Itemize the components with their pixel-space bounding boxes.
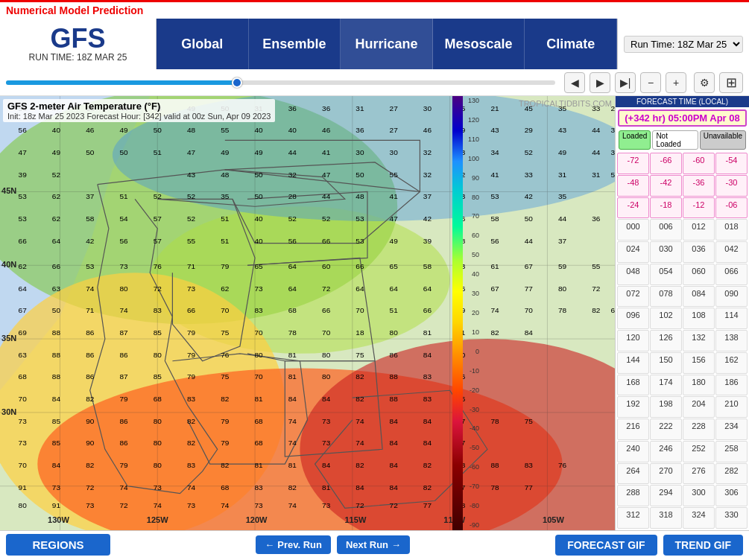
nav-tab-climate[interactable]: Climate <box>525 19 617 69</box>
forecast-hour-button[interactable]: 000 <box>617 219 649 241</box>
regions-button[interactable]: REGIONS <box>6 534 110 556</box>
nav-tab-mesoscale[interactable]: Mesoscale <box>433 19 525 69</box>
svg-text:82: 82 <box>86 395 95 403</box>
forecast-hour-button[interactable]: 066 <box>715 264 748 285</box>
forecast-hour-button[interactable]: 138 <box>715 330 748 351</box>
speed-increase-button[interactable]: + <box>666 72 686 93</box>
forecast-hour-button[interactable]: 048 <box>617 264 649 285</box>
forecast-hour-button[interactable]: 126 <box>650 330 682 351</box>
forecast-hour-button[interactable]: 258 <box>715 441 748 462</box>
slider-thumb[interactable] <box>232 77 242 88</box>
forecast-hour-button[interactable]: 024 <box>617 241 649 263</box>
forecast-hour-button[interactable]: 198 <box>650 396 682 418</box>
forecast-hour-button[interactable]: 330 <box>715 507 748 529</box>
forecast-hour-button[interactable]: 042 <box>715 241 748 263</box>
run-time-select[interactable]: Run Time: 18Z Mar 25 <box>624 36 743 53</box>
grid-button[interactable]: ⊞ <box>719 72 743 93</box>
nav-tab-hurricane[interactable]: Hurricane <box>341 19 433 69</box>
forecast-hour-button[interactable]: 036 <box>683 241 715 263</box>
forecast-hour-button[interactable]: 114 <box>715 308 748 329</box>
forecast-hour-button[interactable]: 162 <box>715 352 748 374</box>
forecast-hour-button[interactable]: 144 <box>617 352 649 374</box>
forecast-hour-button[interactable]: 240 <box>617 441 649 462</box>
forecast-hour-button[interactable]: 060 <box>683 264 715 285</box>
svg-text:75: 75 <box>221 373 230 381</box>
forecast-hour-button[interactable]: 054 <box>650 264 682 285</box>
forecast-hour-button[interactable]: 294 <box>650 485 682 506</box>
svg-text:41: 41 <box>322 148 331 156</box>
svg-text:84: 84 <box>423 351 432 359</box>
forecast-hour-button[interactable]: -54 <box>715 153 748 174</box>
svg-text:90: 90 <box>86 439 95 447</box>
forecast-hour-button[interactable]: 090 <box>715 286 748 308</box>
forecast-hour-button[interactable]: 288 <box>617 485 649 506</box>
forecast-hour-button[interactable]: 270 <box>650 463 682 485</box>
svg-text:86: 86 <box>86 328 95 337</box>
svg-text:82: 82 <box>221 461 230 469</box>
forecast-hour-button[interactable]: -36 <box>683 175 715 197</box>
forecast-hour-button[interactable]: 210 <box>715 396 748 418</box>
nav-tab-global[interactable]: Global <box>157 19 249 69</box>
forecast-hour-button[interactable]: 312 <box>617 507 649 529</box>
forecast-hour-button[interactable]: -60 <box>683 153 715 174</box>
svg-text:32: 32 <box>288 171 297 179</box>
next-frame-button[interactable]: ▶| <box>615 72 636 93</box>
nav-tab-ensemble[interactable]: Ensemble <box>249 19 341 69</box>
svg-text:48: 48 <box>355 192 364 200</box>
forecast-hour-button[interactable]: 324 <box>683 507 715 529</box>
forecast-hour-button[interactable]: 306 <box>715 485 748 506</box>
forecast-hour-button[interactable]: 186 <box>715 375 748 396</box>
timeline-slider[interactable] <box>6 80 555 85</box>
forecast-hour-button[interactable]: 006 <box>650 219 682 241</box>
svg-text:66: 66 <box>52 262 61 270</box>
forecast-hour-button[interactable]: -42 <box>650 175 682 197</box>
forecast-hour-button[interactable]: 108 <box>683 308 715 329</box>
forecast-hour-button[interactable]: 174 <box>650 375 682 396</box>
forecast-hour-button[interactable]: 252 <box>683 441 715 462</box>
forecast-hour-button[interactable]: 084 <box>683 286 715 308</box>
forecast-hour-button[interactable]: 168 <box>617 375 649 396</box>
forecast-hour-button[interactable]: 282 <box>715 463 748 485</box>
svg-text:21: 21 <box>490 104 499 112</box>
forecast-hour-button[interactable]: -24 <box>617 197 649 219</box>
trend-gif-button[interactable]: TREND GIF <box>663 535 743 556</box>
forecast-hour-button[interactable]: -12 <box>683 197 715 219</box>
forecast-hour-button[interactable]: 012 <box>683 219 715 241</box>
forecast-hour-button[interactable]: 204 <box>683 396 715 418</box>
settings-button[interactable]: ⚙ <box>694 72 715 93</box>
forecast-hour-button[interactable]: 216 <box>617 419 649 440</box>
forecast-hour-button[interactable]: 156 <box>683 352 715 374</box>
forecast-hour-button[interactable]: 078 <box>650 286 682 308</box>
forecast-hour-button[interactable]: 276 <box>683 463 715 485</box>
svg-text:80: 80 <box>322 373 331 381</box>
prev-frame-button[interactable]: ◀ <box>564 72 585 93</box>
next-run-button[interactable]: Next Run → <box>337 535 410 554</box>
forecast-hour-button[interactable]: -30 <box>715 175 748 197</box>
forecast-hour-button[interactable]: 264 <box>617 463 649 485</box>
forecast-hour-button[interactable]: 018 <box>715 219 748 241</box>
forecast-hour-button[interactable]: 300 <box>683 485 715 506</box>
speed-decrease-button[interactable]: − <box>640 72 661 93</box>
forecast-hour-button[interactable]: 234 <box>715 419 748 440</box>
forecast-hour-button[interactable]: 072 <box>617 286 649 308</box>
forecast-hour-button[interactable]: 096 <box>617 308 649 329</box>
forecast-hour-button[interactable]: 192 <box>617 396 649 418</box>
forecast-gif-button[interactable]: FORECAST GIF <box>555 535 657 556</box>
play-button[interactable]: ▶ <box>590 72 610 93</box>
forecast-hour-button[interactable]: 318 <box>650 507 682 529</box>
forecast-hour-button[interactable]: -48 <box>617 175 649 197</box>
forecast-hour-button[interactable]: 120 <box>617 330 649 351</box>
forecast-hour-button[interactable]: -18 <box>650 197 682 219</box>
forecast-hour-button[interactable]: 228 <box>683 419 715 440</box>
forecast-hour-button[interactable]: -72 <box>617 153 649 174</box>
forecast-hour-button[interactable]: 222 <box>650 419 682 440</box>
forecast-hour-button[interactable]: 180 <box>683 375 715 396</box>
forecast-hour-button[interactable]: -66 <box>650 153 682 174</box>
forecast-hour-button[interactable]: 246 <box>650 441 682 462</box>
forecast-hour-button[interactable]: 150 <box>650 352 682 374</box>
forecast-hour-button[interactable]: 030 <box>650 241 682 263</box>
forecast-hour-button[interactable]: -06 <box>715 197 748 219</box>
forecast-hour-button[interactable]: 132 <box>683 330 715 351</box>
prev-run-button[interactable]: ← Prev. Run <box>256 535 331 554</box>
forecast-hour-button[interactable]: 102 <box>650 308 682 329</box>
